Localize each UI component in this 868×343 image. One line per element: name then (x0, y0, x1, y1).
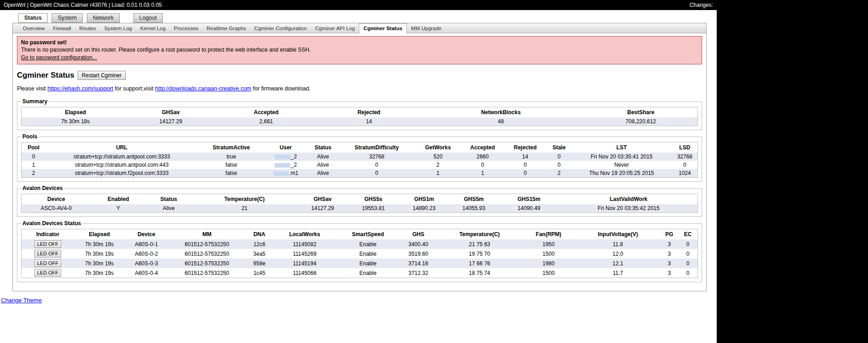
table-cell: .m1 (265, 169, 307, 178)
content-container: OverviewFirewallRoutesSystem LogKernel L… (12, 23, 707, 291)
tab-system[interactable]: System (52, 13, 83, 23)
tab-routes[interactable]: Routes (75, 23, 100, 33)
avalon-devices-section: Avalon Devices DeviceEnabledStatusTemper… (17, 185, 702, 217)
table-cell: LED OFF (21, 268, 74, 278)
column-header: EC (678, 229, 698, 240)
table-cell: 11.8 (575, 239, 660, 249)
column-header: GHS5m (449, 194, 498, 205)
table-header-row: ElapsedGHSavAcceptedRejectedNetworkBlock… (21, 107, 698, 118)
table-cell: 12.0 (575, 249, 660, 259)
column-header: SmartSpeed (336, 229, 399, 240)
tab-status[interactable]: Status (18, 13, 48, 23)
led-off-button[interactable]: LED OFF (34, 250, 61, 258)
table-cell: 958e (246, 259, 273, 268)
sub-tab-bar: OverviewFirewallRoutesSystem LogKernel L… (13, 23, 706, 33)
table-cell: 7h 30m 19s (74, 268, 125, 278)
column-header: Accepted (462, 142, 504, 153)
tab-cgminer-api-log[interactable]: Cgminer API Log (311, 23, 359, 33)
support-text-after: for firmware download. (251, 85, 311, 92)
table-cell: 7h 30m 19s (74, 259, 125, 268)
support-link[interactable]: https://ehash.com/support (48, 85, 113, 92)
tab-logout[interactable]: Logout (133, 13, 163, 23)
table-cell: 2 (21, 169, 46, 178)
column-header: Rejected (504, 142, 547, 153)
table-cell: stratum+tcp://stratum.antpool.com:3333 (46, 153, 198, 161)
table-cell: 0 (678, 268, 698, 278)
table-cell: 14 (504, 153, 547, 161)
led-off-button[interactable]: LED OFF (34, 259, 61, 267)
topbar: OpenWrt | OpenWrt Chaos Calmer r43076 | … (0, 0, 717, 10)
column-header: GHSav (129, 107, 212, 118)
changes-link[interactable]: Changes: (690, 2, 713, 8)
table-cell: Alive (307, 153, 339, 161)
table-cell: 1024 (672, 169, 698, 178)
table-cell: A60S-0-2 (125, 249, 168, 259)
table-cell: 11145082 (273, 239, 336, 249)
table-cell: Enable (336, 249, 399, 259)
led-off-button[interactable]: LED OFF (34, 269, 61, 277)
table-cell: 0 (678, 249, 698, 259)
redacted-text (275, 163, 290, 168)
table-cell: Alive (146, 204, 192, 213)
change-theme-link[interactable]: Change Theme (1, 297, 42, 304)
table-cell: 14090.49 (498, 204, 560, 213)
password-warning: No password set! There is no password se… (17, 36, 702, 64)
table-row: LED OFF7h 30m 19sA60S-0-4601512-57532250… (21, 268, 698, 278)
tab-cgminer-status[interactable]: Cgminer Status (359, 23, 407, 33)
tab-system-log[interactable]: System Log (100, 23, 136, 33)
column-header: User (265, 142, 307, 153)
led-off-button[interactable]: LED OFF (34, 240, 61, 248)
table-cell: 7h 30m 19s (74, 249, 125, 259)
topbar-title: OpenWrt | OpenWrt Chaos Calmer r43076 | … (4, 2, 162, 8)
tab-processes[interactable]: Processes (170, 23, 202, 33)
table-cell: Alive (307, 169, 339, 178)
table-header-row: IndicatorElapsedDeviceMMDNALocalWorksSma… (21, 229, 698, 240)
table-cell: Enable (336, 268, 399, 278)
tab-overview[interactable]: Overview (19, 23, 49, 33)
download-link[interactable]: http://downloads.canaan-creative.com (155, 85, 251, 92)
table-cell: 12c6 (246, 239, 273, 249)
tab-firewall[interactable]: Firewall (49, 23, 75, 33)
column-header: BestShare (584, 107, 698, 118)
column-header: Device (21, 194, 91, 205)
table-cell: 11145194 (273, 259, 336, 268)
column-header: GHS15m (498, 194, 560, 205)
column-header: LSD (672, 142, 698, 153)
tab-cgminer-configuration[interactable]: Cgminer Configuration (250, 23, 311, 33)
column-header: Elapsed (74, 229, 125, 240)
tab-network[interactable]: Network (87, 13, 120, 23)
table-cell: 32768 (339, 153, 414, 161)
column-header: GHS1m (399, 194, 449, 205)
table-cell: 2 (547, 169, 571, 178)
table-cell: A60S-0-3 (125, 259, 168, 268)
column-header: DNA (246, 229, 273, 240)
summary-legend: Summary (21, 98, 49, 105)
tab-realtime-graphs[interactable]: Realtime Graphs (202, 23, 250, 33)
table-cell: 601512-57532250 (168, 259, 246, 268)
table-cell: Enable (336, 259, 399, 268)
page-title: Cgminer Status (17, 71, 75, 80)
table-row: 1stratum+tcp://stratum.antpool.com:443fa… (21, 161, 698, 169)
table-row: LED OFF7h 30m 19sA60S-0-2601512-57532250… (21, 249, 698, 259)
table-cell: 32768 (672, 153, 698, 161)
restart-cgminer-button[interactable]: Restart Cgminer (78, 71, 126, 80)
column-header: LastValidWork (560, 194, 698, 205)
table-cell: Fri Nov 20 03:35:42 2015 (560, 204, 698, 213)
table-cell: 21 75 63 (437, 239, 522, 249)
column-header: Enabled (91, 194, 146, 205)
table-cell: 1500 (522, 268, 575, 278)
table-row: LED OFF7h 30m 19sA60S-0-1601512-57532250… (21, 239, 698, 249)
table-cell: 11145269 (273, 249, 336, 259)
table-cell: 14127.29 (129, 117, 212, 126)
table-cell: 11145066 (273, 268, 336, 278)
table-header-row: PoolURLStratumActiveUserStatusStratumDif… (21, 142, 698, 153)
table-cell: Fri Nov 20 03:35:41 2015 (571, 153, 672, 161)
main-tab-bar: StatusSystemNetworkLogout (18, 13, 707, 23)
tab-kernel-log[interactable]: Kernel Log (136, 23, 170, 33)
column-header: GHSav (297, 194, 348, 205)
table-cell: Thu Nov 19 20:05:25 2015 (571, 169, 672, 178)
tab-mm-upgrade[interactable]: MM Upgrade (407, 23, 445, 33)
password-config-link[interactable]: Go to password configuration... (21, 54, 97, 61)
table-row: LED OFF7h 30m 19sA60S-0-3601512-57532250… (21, 259, 698, 268)
table-cell: 1 (462, 169, 504, 178)
